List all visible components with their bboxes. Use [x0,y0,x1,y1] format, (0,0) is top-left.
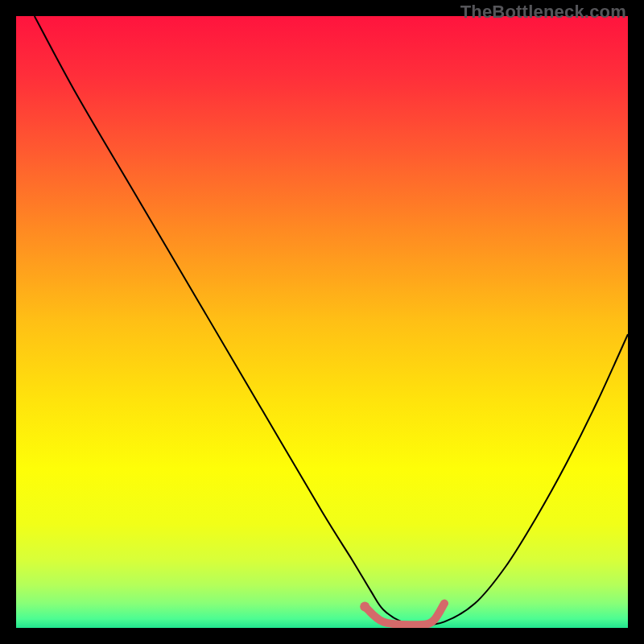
gradient-background [16,16,628,628]
marker-dot [360,601,369,611]
watermark-label: TheBottleneck.com [460,2,626,23]
chart-frame: { "watermark": "TheBottleneck.com", "plo… [0,0,644,644]
bottleneck-chart [16,16,628,628]
plot-area [16,16,628,628]
